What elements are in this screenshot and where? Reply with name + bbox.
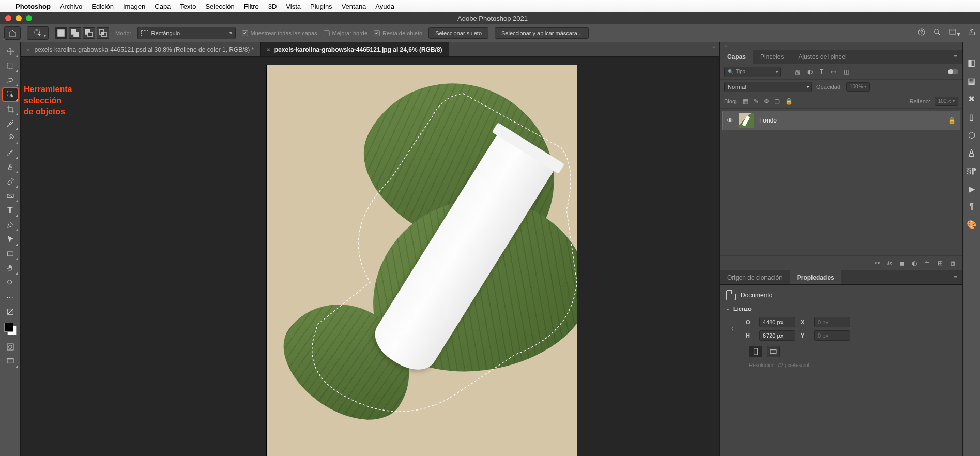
move-tool[interactable] — [3, 44, 18, 58]
gradient-tool[interactable] — [3, 189, 18, 203]
new-group-icon[interactable]: 🗀 — [924, 260, 930, 267]
lock-brush-icon[interactable]: ✎ — [754, 98, 759, 105]
menu-texto[interactable]: Texto — [180, 3, 196, 10]
lock-pixels-icon[interactable]: ▦ — [743, 98, 748, 105]
hand-tool[interactable] — [3, 262, 18, 275]
selection-subtract-button[interactable] — [83, 27, 95, 39]
link-layers-icon[interactable]: ⚯ — [875, 260, 880, 267]
filter-adjust-icon[interactable]: ◐ — [807, 68, 813, 75]
collapse-panels-icon[interactable]: » — [720, 42, 962, 50]
layer-style-icon[interactable]: fx — [887, 260, 892, 267]
blend-mode-dropdown[interactable]: Normal — [724, 82, 812, 92]
expand-tabs-icon[interactable]: » — [709, 42, 719, 56]
selection-intersect-button[interactable] — [97, 27, 109, 39]
filter-pixel-icon[interactable]: ▧ — [794, 68, 800, 75]
app-menu[interactable]: Photoshop — [16, 3, 51, 10]
layer-thumbnail[interactable] — [739, 113, 754, 128]
menu-3d[interactable]: 3D — [268, 3, 277, 10]
zoom-window-button[interactable] — [26, 15, 32, 21]
select-subject-button[interactable]: Seleccionar sujeto — [428, 27, 488, 39]
path-selection-tool[interactable] — [3, 233, 18, 246]
portrait-orientation-button[interactable] — [749, 346, 762, 357]
spot-healing-tool[interactable] — [3, 131, 18, 145]
new-layer-icon[interactable]: ⊞ — [938, 260, 943, 267]
delete-layer-icon[interactable]: 🗑 — [950, 260, 956, 267]
menu-imagen[interactable]: Imagen — [123, 3, 145, 10]
lock-artboard-icon[interactable]: ▢ — [774, 98, 780, 105]
landscape-orientation-button[interactable] — [767, 346, 780, 357]
frame-tool[interactable] — [3, 305, 18, 318]
sample-all-layers-checkbox[interactable]: ✓Muestrear todas las capas — [242, 30, 317, 36]
tab-origen-clonacion[interactable]: Origen de clonación — [720, 270, 790, 284]
eyedropper-tool[interactable] — [3, 117, 18, 130]
rectangle-tool[interactable] — [3, 247, 18, 261]
menu-ayuda[interactable]: Ayuda — [375, 3, 394, 10]
zoom-tool[interactable] — [3, 276, 18, 290]
layer-row[interactable]: 👁 Fondo 🔒 — [722, 111, 960, 130]
styles-panel-icon[interactable]: 🎨 — [967, 220, 977, 230]
object-selection-tool[interactable] — [3, 88, 18, 101]
object-subtract-checkbox[interactable]: ✓Resta de objeto — [374, 30, 422, 36]
type-tool[interactable]: T — [3, 204, 18, 217]
height-input[interactable]: 6720 px — [759, 330, 795, 341]
enhance-edge-checkbox[interactable]: Mejorar borde — [324, 30, 368, 36]
selection-add-button[interactable] — [69, 27, 81, 39]
menu-edicion[interactable]: Edición — [91, 3, 114, 10]
menu-capa[interactable]: Capa — [155, 3, 171, 10]
layer-name[interactable]: Fondo — [759, 117, 777, 124]
edit-toolbar[interactable]: ⋯ — [3, 291, 18, 304]
character-panel-icon[interactable]: A — [969, 148, 974, 158]
filter-toggle[interactable] — [948, 69, 958, 74]
add-mask-icon[interactable]: ◼ — [899, 260, 905, 267]
panel-menu-icon[interactable]: ≡ — [948, 53, 962, 60]
minimize-window-button[interactable] — [16, 15, 22, 21]
home-button[interactable] — [4, 26, 21, 40]
menu-seleccion[interactable]: Selección — [205, 3, 234, 10]
3d-panel-icon[interactable]: ⬡ — [968, 130, 975, 140]
close-tab-icon[interactable]: × — [267, 47, 270, 53]
eraser-tool[interactable] — [3, 175, 18, 188]
new-adjustment-icon[interactable]: ◐ — [912, 260, 917, 267]
cloud-docs-icon[interactable] — [917, 28, 926, 38]
share-icon[interactable] — [968, 28, 976, 38]
tab-ajustes-pincel[interactable]: Ajustes del pincel — [791, 50, 853, 64]
canvas-section-toggle[interactable]: ⌄ Lienzo — [726, 306, 956, 312]
paragraph2-panel-icon[interactable]: ¶ — [969, 202, 974, 211]
visibility-toggle-icon[interactable]: 👁 — [727, 117, 733, 125]
menu-filtro[interactable]: Filtro — [244, 3, 259, 10]
menu-ventana[interactable]: Ventana — [342, 3, 366, 10]
lock-all-icon[interactable]: 🔒 — [785, 98, 793, 105]
document-tab[interactable]: ×pexels-karolina-grabowska-4465121.psd a… — [21, 42, 261, 56]
paragraph-panel-icon[interactable]: §⁋ — [967, 166, 976, 176]
filter-type-icon[interactable]: T — [820, 68, 823, 75]
mode-dropdown[interactable]: Rectángulo — [137, 27, 236, 39]
x-input[interactable]: 0 px — [814, 317, 850, 327]
close-window-button[interactable] — [5, 15, 11, 21]
menu-archivo[interactable]: Archivo — [60, 3, 82, 10]
adjustments-panel-icon[interactable]: ✖ — [968, 94, 975, 104]
quick-mask-toggle[interactable] — [3, 340, 18, 354]
tab-capas[interactable]: Capas — [720, 50, 753, 64]
select-and-mask-button[interactable]: Seleccionar y aplicar máscara... — [495, 27, 589, 39]
opacity-value-input[interactable]: 100% — [846, 82, 870, 92]
marquee-tool[interactable] — [3, 59, 18, 72]
collapse-tools-icon[interactable]: « — [3, 37, 6, 42]
menu-vista[interactable]: Vista — [286, 3, 301, 10]
swatches-panel-icon[interactable]: ▦ — [968, 76, 975, 86]
crop-tool[interactable] — [3, 102, 18, 116]
link-dimensions-icon[interactable]: 𝄔 — [731, 325, 741, 333]
canvas[interactable] — [267, 65, 577, 456]
y-input[interactable]: 0 px — [814, 330, 850, 341]
brush-tool[interactable] — [3, 146, 18, 159]
clone-stamp-tool[interactable] — [3, 160, 18, 174]
menu-plugins[interactable]: Plugins — [310, 3, 332, 10]
search-icon[interactable] — [933, 28, 941, 38]
libraries-panel-icon[interactable]: ▯ — [969, 112, 974, 122]
lock-position-icon[interactable]: ✥ — [764, 98, 769, 105]
layer-lock-icon[interactable]: 🔒 — [948, 117, 956, 124]
close-tab-icon[interactable]: × — [27, 47, 30, 53]
screen-mode-toggle[interactable] — [3, 355, 18, 368]
color-swatches[interactable] — [4, 323, 17, 335]
document-tab[interactable]: ×pexels-karolina-grabowska-4465121.jpg a… — [261, 42, 449, 56]
filter-smart-icon[interactable]: ◫ — [844, 68, 849, 75]
